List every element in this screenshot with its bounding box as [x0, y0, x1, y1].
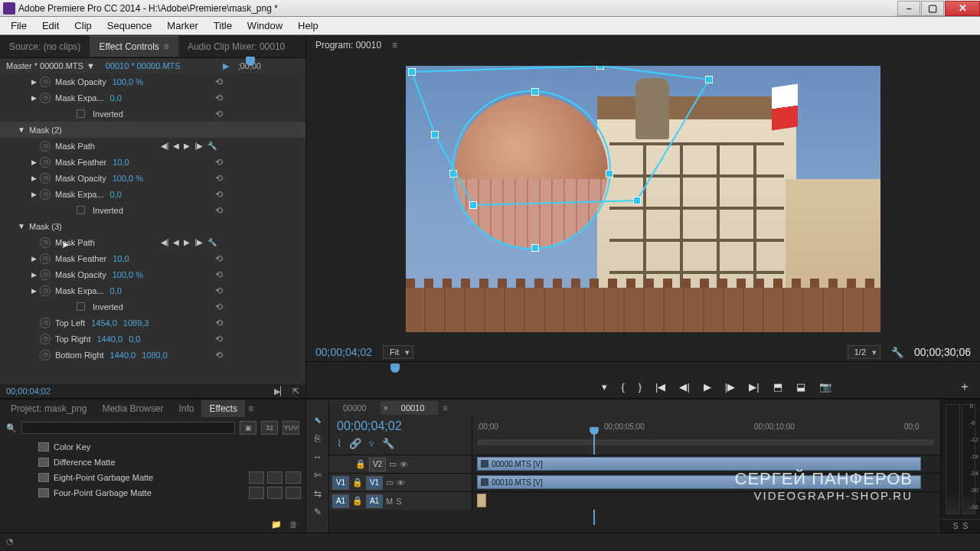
- window-minimize-button[interactable]: –: [897, 1, 920, 16]
- effects-search-input[interactable]: [21, 422, 235, 434]
- kf-play-icon[interactable]: ▶: [184, 238, 190, 246]
- step-forward-icon[interactable]: |▶: [725, 381, 735, 393]
- tab-info[interactable]: Info: [171, 400, 201, 417]
- panel-menu-icon[interactable]: ≡: [392, 40, 397, 51]
- reset-icon[interactable]: ⟲: [215, 189, 223, 200]
- effect-item[interactable]: Eight-Point Garbage Matte: [5, 470, 301, 485]
- program-playhead[interactable]: [390, 364, 400, 373]
- go-to-out-icon[interactable]: ▶|: [749, 381, 759, 393]
- reset-icon[interactable]: ⟲: [215, 302, 223, 312]
- window-close-button[interactable]: ✕: [945, 1, 980, 16]
- menu-marker[interactable]: Marker: [159, 18, 205, 34]
- snap-icon[interactable]: ⌇: [337, 438, 341, 449]
- source-patch[interactable]: V1: [332, 476, 349, 490]
- play-button[interactable]: ▶: [704, 381, 711, 393]
- prop-mask-path[interactable]: ◷ Mask Path ◀| ◀ ▶ |▶ 🔧: [0, 234, 305, 250]
- program-timecode[interactable]: 00;00;04;02: [315, 346, 372, 358]
- lock-icon[interactable]: 🔒: [352, 478, 363, 487]
- prop-inverted[interactable]: Inverted ⟲: [0, 202, 305, 218]
- kf-prev-icon[interactable]: ◀|: [161, 142, 169, 150]
- sequence-tab[interactable]: 00000: [329, 401, 381, 415]
- mute-button[interactable]: M: [386, 497, 393, 506]
- program-viewer[interactable]: [306, 55, 980, 343]
- new-bin-icon[interactable]: 📁: [271, 520, 282, 530]
- prop-mask-expansion[interactable]: ▶◷ Mask Expa... 0,0 ⟲: [0, 282, 305, 298]
- loop-icon[interactable]: ▶▏: [274, 386, 286, 396]
- tab-project[interactable]: Project: mask_png: [3, 400, 94, 417]
- solo-left[interactable]: S: [953, 522, 959, 530]
- razor-icon[interactable]: ✄: [314, 470, 322, 481]
- stopwatch-icon[interactable]: ◷: [40, 77, 51, 87]
- export-frame-icon[interactable]: 📷: [819, 381, 831, 393]
- filter-yuv-icon[interactable]: YUV: [283, 421, 299, 435]
- toggle-output-icon[interactable]: ▭: [389, 459, 397, 469]
- video-clip[interactable]: 00010.MTS [V]: [477, 475, 921, 489]
- wrench-icon[interactable]: 🔧: [207, 142, 217, 150]
- stopwatch-icon[interactable]: ◷: [40, 318, 51, 328]
- reset-icon[interactable]: ⟲: [215, 205, 223, 216]
- menu-title[interactable]: Title: [206, 18, 240, 34]
- filter-accelerated-icon[interactable]: ▣: [240, 421, 256, 435]
- kf-prev-frame-icon[interactable]: ◀: [173, 142, 179, 150]
- prop-bottom-right[interactable]: ◷ Bottom Right 1440,0 1080,0 ⟲: [0, 347, 305, 363]
- mark-out-button[interactable]: }: [639, 381, 642, 393]
- prop-top-right[interactable]: ◷ Top Right 1440,0 0,0 ⟲: [0, 331, 305, 347]
- window-maximize-button[interactable]: ▢: [921, 1, 944, 16]
- effect-item[interactable]: Difference Matte: [5, 455, 301, 470]
- solo-button[interactable]: S: [396, 497, 401, 506]
- reset-icon[interactable]: ⟲: [215, 318, 223, 328]
- source-patch[interactable]: A1: [332, 494, 349, 508]
- step-back-icon[interactable]: ◀|: [679, 381, 689, 393]
- mark-in-button[interactable]: {: [621, 381, 624, 393]
- timeline-timecode[interactable]: 00;00;04;02: [337, 419, 464, 433]
- track-label[interactable]: V1: [366, 476, 383, 490]
- prop-mask-opacity[interactable]: ▶◷ Mask Opacity 100,0 % ⟲: [0, 266, 305, 282]
- toggle-output-icon[interactable]: ▭: [386, 478, 394, 487]
- work-area-bar[interactable]: [477, 439, 934, 445]
- slip-icon[interactable]: ⇆: [314, 488, 322, 499]
- kf-prev-icon[interactable]: ◀|: [161, 238, 169, 246]
- lock-icon[interactable]: 🔒: [352, 496, 363, 506]
- mask-polygon-overlay[interactable]: [406, 66, 715, 207]
- stopwatch-icon[interactable]: ◷: [40, 334, 51, 344]
- ec-playhead[interactable]: [246, 57, 255, 66]
- menu-sequence[interactable]: Sequence: [100, 18, 160, 34]
- ec-timecode[interactable]: 00;00;04;02: [6, 386, 51, 396]
- track-lane-v2[interactable]: 00000.MTS [V]: [472, 455, 940, 473]
- tab-source[interactable]: Source: (no clips): [0, 37, 90, 57]
- prop-inverted[interactable]: Inverted ⟲: [0, 298, 305, 315]
- stopwatch-icon[interactable]: ◷: [40, 157, 51, 168]
- kf-play-icon[interactable]: ▶: [184, 142, 190, 150]
- stopwatch-icon[interactable]: ◷: [40, 237, 51, 248]
- reset-icon[interactable]: ⟲: [215, 285, 223, 296]
- mark-in-icon[interactable]: ▾: [602, 381, 607, 393]
- reset-icon[interactable]: ⟲: [215, 350, 223, 360]
- prop-mask-opacity[interactable]: ▶◷ Mask Opacity 100,0 % ⟲: [0, 73, 305, 90]
- marker-icon[interactable]: ▿: [369, 438, 374, 449]
- reset-icon[interactable]: ⟲: [215, 253, 223, 264]
- tab-audio-mixer[interactable]: Audio Clip Mixer: 00010: [178, 37, 294, 57]
- prop-mask-feather[interactable]: ▶◷ Mask Feather 10,0 ⟲: [0, 250, 305, 266]
- reset-icon[interactable]: ⟲: [215, 157, 223, 168]
- panel-menu-icon[interactable]: ≡: [164, 41, 169, 52]
- stopwatch-icon[interactable]: ◷: [40, 269, 51, 280]
- zoom-fit-dropdown[interactable]: Fit: [383, 345, 413, 359]
- lock-icon[interactable]: 🔒: [355, 459, 366, 469]
- reset-icon[interactable]: ⟲: [215, 109, 223, 119]
- master-clip-label[interactable]: Master * 00000.MTS: [6, 61, 83, 70]
- resolution-dropdown[interactable]: 1/2: [848, 345, 880, 359]
- reset-icon[interactable]: ⟲: [215, 334, 223, 344]
- track-header-v2[interactable]: 🔒 V2 ▭ 👁: [329, 455, 472, 473]
- delete-icon[interactable]: 🗑: [289, 520, 298, 529]
- sequence-clip-label[interactable]: 00010 * 00000.MTS: [106, 61, 181, 70]
- reset-icon[interactable]: ⟲: [215, 93, 223, 103]
- prop-mask-feather[interactable]: ▶◷ Mask Feather 10,0 ⟲: [0, 154, 305, 170]
- video-clip[interactable]: 00000.MTS [V]: [477, 457, 921, 471]
- search-icon[interactable]: 🔍: [6, 423, 17, 433]
- reset-icon[interactable]: ⟲: [215, 77, 223, 87]
- menu-window[interactable]: Window: [240, 18, 290, 34]
- menu-help[interactable]: Help: [290, 18, 326, 34]
- panel-menu-icon[interactable]: ≡: [245, 400, 256, 417]
- wrench-icon[interactable]: 🔧: [207, 238, 217, 246]
- dropdown-icon[interactable]: ▼: [87, 61, 95, 70]
